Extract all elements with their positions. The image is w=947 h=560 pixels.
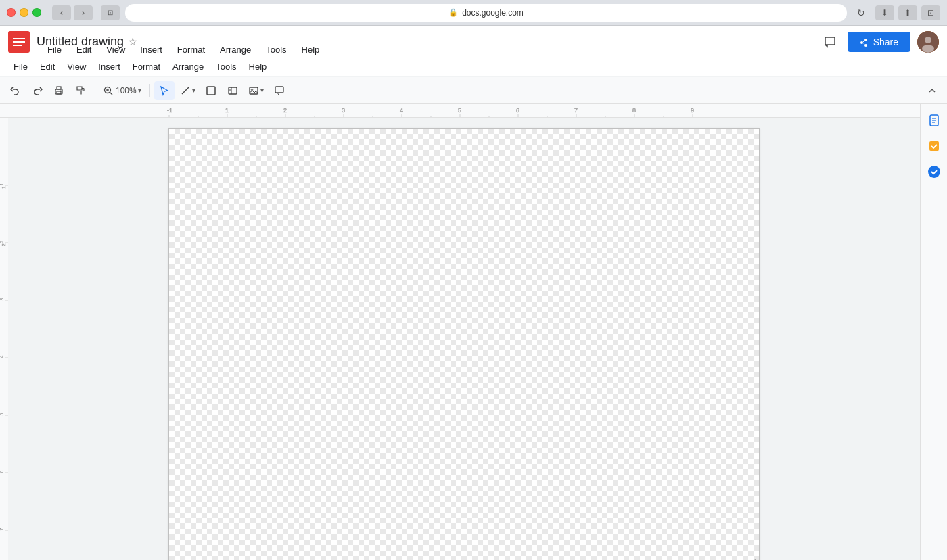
image-icon: [248, 85, 259, 96]
sidebar-checkmark-button[interactable]: [923, 161, 945, 183]
forward-button[interactable]: ›: [74, 5, 93, 20]
svg-rect-11: [57, 91, 61, 94]
resize-handle[interactable]: [749, 557, 758, 560]
tab-options-button[interactable]: ⊡: [921, 5, 940, 20]
tools-menu[interactable]: Tools: [259, 42, 293, 57]
sidebar-tasks-button[interactable]: [923, 135, 945, 157]
ruler-v-label-7: 7: [0, 528, 4, 531]
line-icon: [180, 85, 191, 96]
file-menu[interactable]: File: [41, 42, 68, 57]
traffic-lights: [7, 8, 41, 17]
line-tool-dropdown[interactable]: ▾: [176, 81, 200, 100]
image-tool-dropdown[interactable]: ▾: [244, 81, 268, 100]
header-actions: Share: [819, 31, 939, 53]
svg-rect-22: [250, 87, 258, 94]
separator-2: [149, 84, 150, 97]
select-tool-button[interactable]: [154, 81, 175, 100]
horizontal-ruler: -1 1 2 3 4 5 6 7 8: [0, 104, 920, 118]
share-button[interactable]: Share: [848, 32, 910, 52]
resize-handle-icon: [749, 557, 758, 560]
toolbar-collapse-button[interactable]: [923, 81, 942, 100]
ruler-v-label-3: 3: [0, 298, 4, 301]
menu-bar: File Edit View Insert Format Arrange Too…: [41, 42, 326, 57]
google-drawings-logo: [8, 31, 30, 53]
edit-menu-row[interactable]: Edit: [34, 60, 60, 73]
comments-button[interactable]: [819, 31, 841, 53]
minimize-button[interactable]: [20, 8, 28, 17]
svg-rect-19: [229, 87, 237, 94]
zoom-icon: [103, 86, 113, 95]
svg-point-7: [925, 37, 931, 43]
svg-rect-18: [207, 87, 215, 95]
lock-icon: 🔒: [448, 8, 458, 17]
svg-text:2: 2: [283, 107, 287, 114]
svg-rect-3: [13, 45, 22, 46]
menu-bar-row: File Edit View Insert Format Arrange Too…: [0, 57, 947, 76]
separator-1: [95, 84, 95, 97]
sidebar-expand-button[interactable]: [923, 552, 945, 560]
svg-rect-69: [929, 141, 939, 151]
paint-format-icon: [75, 85, 86, 96]
comment-tool-button[interactable]: [269, 81, 290, 100]
textbox-tool-button[interactable]: [223, 81, 243, 100]
print-button[interactable]: [49, 81, 69, 100]
user-avatar[interactable]: [917, 31, 939, 53]
right-sidebar: [920, 104, 947, 560]
tasks-icon: [927, 139, 941, 153]
close-button[interactable]: [7, 8, 16, 17]
svg-text:4: 4: [400, 107, 403, 114]
comment-icon: [823, 34, 837, 49]
help-menu[interactable]: Help: [295, 42, 327, 57]
arrange-menu-row[interactable]: Arrange: [167, 60, 209, 73]
download-button[interactable]: ⬇: [875, 5, 894, 20]
redo-icon: [32, 85, 43, 96]
comment-tool-icon: [274, 85, 285, 96]
view-menu-row[interactable]: View: [62, 60, 91, 73]
app-header: Untitled drawing ☆ File Edit View Insert…: [0, 26, 947, 58]
paint-format-button[interactable]: [70, 81, 91, 100]
avatar-image: [917, 31, 939, 53]
undo-button[interactable]: [5, 81, 26, 100]
format-menu-row[interactable]: Format: [127, 60, 166, 73]
share-page-button[interactable]: ⬆: [898, 5, 917, 20]
canvas-area[interactable]: [8, 118, 920, 560]
svg-rect-1: [13, 38, 25, 39]
reload-button[interactable]: ↻: [852, 4, 870, 22]
svg-rect-2: [13, 41, 25, 43]
print-icon: [53, 85, 64, 96]
svg-line-14: [110, 92, 113, 95]
sidebar-keep-button[interactable]: [923, 110, 945, 131]
drawing-canvas[interactable]: [168, 128, 760, 560]
svg-point-23: [251, 89, 252, 90]
zoom-dropdown[interactable]: 100% ▾: [99, 81, 145, 100]
fullscreen-button[interactable]: [32, 8, 41, 17]
file-menu-row[interactable]: File: [8, 60, 33, 73]
zoom-value: 100%: [116, 86, 137, 95]
help-menu-row[interactable]: Help: [244, 60, 273, 73]
edit-menu[interactable]: Edit: [70, 42, 98, 57]
back-button[interactable]: ‹: [52, 5, 71, 20]
view-menu[interactable]: View: [99, 42, 132, 57]
share-icon: [860, 37, 869, 47]
url-text: docs.google.com: [462, 8, 524, 18]
redo-button[interactable]: [27, 81, 47, 100]
insert-menu[interactable]: Insert: [133, 42, 169, 57]
svg-rect-10: [57, 87, 61, 89]
collapse-icon: [928, 87, 936, 95]
tools-menu-row[interactable]: Tools: [210, 60, 241, 73]
arrange-menu[interactable]: Arrange: [213, 42, 258, 57]
svg-text:1: 1: [1, 186, 6, 189]
shape-tool-button[interactable]: [201, 81, 221, 100]
ruler-v-label-2: 2: [0, 241, 4, 243]
address-bar[interactable]: 🔒 docs.google.com: [125, 4, 847, 22]
select-icon: [159, 85, 170, 96]
ruler-v-label-1: 1: [0, 183, 4, 186]
svg-line-5: [863, 43, 864, 45]
svg-text:1: 1: [225, 107, 229, 114]
tab-overview-button[interactable]: ⊡: [101, 5, 120, 20]
format-menu[interactable]: Format: [170, 42, 212, 57]
undo-icon: [10, 85, 21, 96]
insert-menu-row[interactable]: Insert: [93, 60, 126, 73]
svg-point-12: [60, 90, 62, 91]
svg-text:3: 3: [342, 107, 345, 114]
